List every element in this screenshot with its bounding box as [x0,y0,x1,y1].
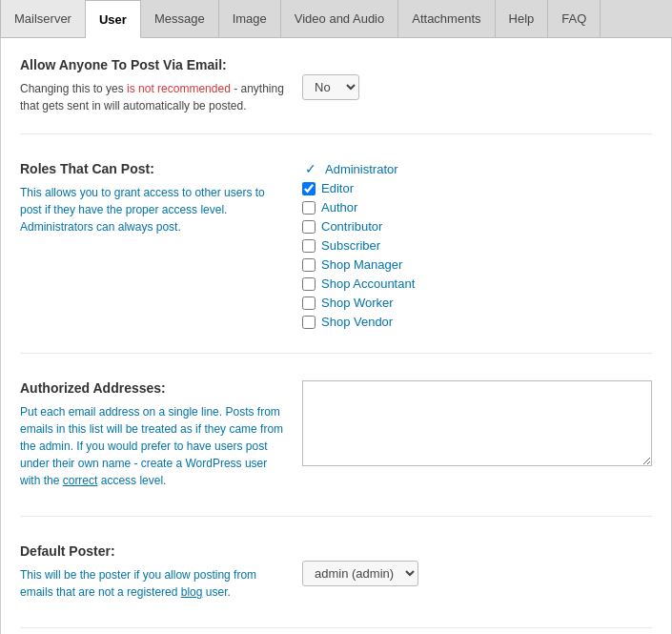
role-label: Shop Accountant [321,276,415,291]
role-checkbox[interactable] [302,277,316,291]
tab-user[interactable]: User [86,0,141,38]
list-item: Editor [302,181,652,195]
role-label: Author [321,200,357,215]
allow-post-description: Changing this to yes is not recommended … [20,80,287,114]
role-checkbox[interactable] [302,258,316,272]
list-item: Shop Accountant [302,276,652,291]
role-checkbox[interactable] [302,297,316,310]
roles-title: Roles That Can Post: [20,161,287,176]
roles-list: ✓AdministratorEditorAuthorContributorSub… [302,161,652,329]
tab-mailserver[interactable]: Mailserver [0,0,86,37]
role-checkbox[interactable] [302,201,316,215]
list-item: ✓Administrator [302,161,652,176]
role-label: Administrator [325,162,398,176]
default-poster-section: Default Poster: This will be the poster … [20,543,652,628]
role-label: Editor [321,181,354,195]
allow-post-section: Allow Anyone To Post Via Email: Changing… [20,57,652,134]
authorized-textarea[interactable] [302,380,652,466]
checkmark-icon: ✓ [302,161,319,176]
authorized-description: Put each email address on a single line.… [20,403,287,489]
role-checkbox[interactable] [302,220,316,234]
roles-description: This allows you to grant access to other… [20,184,287,235]
authorized-section: Authorized Addresses: Put each email add… [20,380,652,517]
main-content: Allow Anyone To Post Via Email: Changing… [0,38,672,634]
default-poster-description: This will be the poster if you allow pos… [20,566,287,601]
role-checkbox[interactable] [302,182,316,195]
role-checkbox[interactable] [302,316,316,329]
role-label: Subscriber [321,238,380,253]
list-item: Subscriber [302,238,652,253]
role-checkbox[interactable] [302,239,316,253]
correct-link[interactable]: correct [63,474,98,487]
tab-image[interactable]: Image [219,0,281,37]
tab-message[interactable]: Message [141,0,219,37]
role-label: Shop Worker [321,296,394,310]
default-poster-dropdown[interactable]: admin (admin) [302,561,418,586]
tab-faq[interactable]: FAQ [548,0,601,37]
tab-bar: MailserverUserMessageImageVideo and Audi… [0,0,672,38]
list-item: Shop Vendor [302,315,652,329]
role-label: Shop Manager [321,257,402,272]
tab-video-and-audio[interactable]: Video and Audio [281,0,398,37]
list-item: Contributor [302,219,652,234]
role-label: Contributor [321,219,382,234]
list-item: Author [302,200,652,215]
tab-attachments[interactable]: Attachments [398,0,495,37]
allow-post-title: Allow Anyone To Post Via Email: [20,57,287,72]
role-label: Shop Vendor [321,315,393,329]
tab-help[interactable]: Help [496,0,549,37]
allow-post-dropdown[interactable]: NoYes [302,74,359,100]
default-poster-title: Default Poster: [20,543,287,559]
blog-link[interactable]: blog [181,585,203,599]
list-item: Shop Worker [302,296,652,310]
list-item: Shop Manager [302,257,652,272]
roles-section: Roles That Can Post: This allows you to … [20,161,652,354]
authorized-title: Authorized Addresses: [20,380,287,396]
